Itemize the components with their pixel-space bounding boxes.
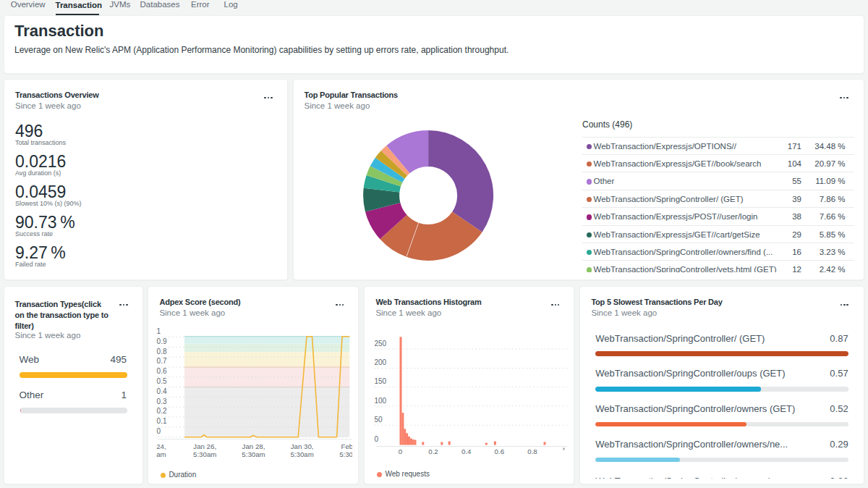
svg-text:5:30am: 5:30am xyxy=(291,450,314,458)
svg-text:0.8: 0.8 xyxy=(528,447,537,455)
svg-text:0.6: 0.6 xyxy=(495,447,504,455)
svg-text:150: 150 xyxy=(375,377,387,385)
svg-text:100: 100 xyxy=(375,397,387,405)
svg-text:Jan 26,: Jan 26, xyxy=(194,442,217,450)
svg-text:200: 200 xyxy=(375,358,387,366)
svg-text:0: 0 xyxy=(157,427,161,435)
svg-text:24,: 24, xyxy=(157,442,166,450)
svg-text:0.2: 0.2 xyxy=(157,407,167,415)
svg-text:1: 1 xyxy=(157,327,161,335)
svg-text:Jan 28,: Jan 28, xyxy=(242,442,265,450)
svg-text:5:30am: 5:30am xyxy=(242,450,265,458)
svg-text:0.8: 0.8 xyxy=(157,348,167,356)
svg-text:5:30am: 5:30am xyxy=(340,450,352,458)
svg-text:250: 250 xyxy=(375,340,387,348)
svg-text:5:30am: 5:30am xyxy=(193,450,216,458)
svg-text:0.9: 0.9 xyxy=(157,337,167,345)
svg-text:0.1: 0.1 xyxy=(157,417,167,425)
svg-text:Jan 30,: Jan 30, xyxy=(291,442,314,450)
svg-text:0: 0 xyxy=(375,435,379,443)
svg-text:0.3: 0.3 xyxy=(157,397,167,405)
svg-text:0: 0 xyxy=(399,447,403,455)
svg-text:0.4: 0.4 xyxy=(461,447,472,455)
svg-text:0.6: 0.6 xyxy=(157,367,167,375)
svg-text:50: 50 xyxy=(375,416,383,424)
svg-text:am: am xyxy=(157,450,166,458)
svg-text:0.4: 0.4 xyxy=(157,387,167,395)
svg-text:Feb 1,: Feb 1, xyxy=(341,442,352,450)
svg-text:0.5: 0.5 xyxy=(157,377,167,385)
svg-text:0.7: 0.7 xyxy=(157,357,167,365)
svg-text:0.2: 0.2 xyxy=(429,447,438,455)
